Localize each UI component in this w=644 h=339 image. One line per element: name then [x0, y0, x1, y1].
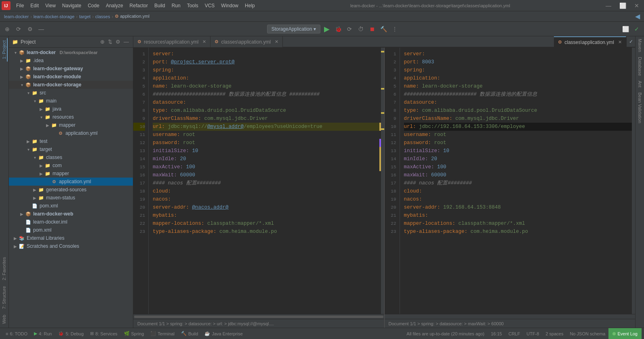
- sort-icon[interactable]: ⇅: [107, 38, 113, 46]
- tree-item-resources[interactable]: ▾ 📁 resources: [9, 113, 133, 121]
- maximize-button[interactable]: ⬜: [616, 2, 629, 10]
- close-button[interactable]: ✕: [631, 2, 642, 10]
- expand-arrow-gateway[interactable]: ▶: [19, 67, 25, 71]
- menu-help[interactable]: Help: [242, 2, 258, 10]
- bean-validation-tab[interactable]: Bean Validation: [637, 90, 643, 126]
- expand-arrow-classes[interactable]: ▾: [32, 155, 38, 160]
- profile-button[interactable]: ⏱: [356, 24, 366, 34]
- expand-arrow-resources[interactable]: ▾: [38, 115, 44, 119]
- editor-right-content[interactable]: 12345 678910 1112131415 1617181920 21222…: [385, 48, 636, 314]
- tree-item-target[interactable]: ▾ 📁 target: [9, 145, 133, 153]
- tree-item-generated-sources[interactable]: ▶ 📁 generated-sources: [9, 186, 133, 194]
- menu-build[interactable]: Build: [151, 2, 168, 10]
- debug-button[interactable]: 🐞: [333, 24, 343, 34]
- expand-arrow-module[interactable]: ▶: [19, 75, 25, 79]
- expand-arrow-com[interactable]: ▶: [38, 163, 44, 168]
- tree-item-learn-docker[interactable]: ▾ 📦 learn-docker D:\workspace\lear: [9, 48, 133, 56]
- checkmark-btn-right[interactable]: ✓: [626, 36, 635, 47]
- menu-vcs[interactable]: VCS: [202, 2, 218, 10]
- tree-item-mapper-cls[interactable]: ▶ 📁 mapper: [9, 170, 133, 178]
- tree-item-src[interactable]: ▾ 📁 src: [9, 89, 133, 97]
- tree-item-idea[interactable]: ▶ 📁 .idea: [9, 56, 133, 65]
- expand-arrow-storage[interactable]: ▾: [19, 83, 25, 87]
- schema-btn[interactable]: No JSON schema: [566, 328, 608, 339]
- breadcrumb-item-5[interactable]: ⚙application.yml: [115, 14, 149, 19]
- editor-left-content[interactable]: 12345 678910 1112131415 1617181920 21222…: [133, 48, 384, 314]
- tree-item-gateway[interactable]: ▶ 📦 learn-docker-gateway: [9, 65, 133, 73]
- structure-tab[interactable]: 7: Structure: [1, 284, 8, 312]
- tree-item-test[interactable]: ▶ 📁 test: [9, 137, 133, 145]
- todo-btn[interactable]: ≡ 6: TODO: [2, 328, 31, 339]
- tree-item-classes[interactable]: ▾ 📁 classes: [9, 153, 133, 161]
- code-area-right[interactable]: server: port: 8003 spring: application: …: [400, 48, 632, 314]
- toolbar-search-btn[interactable]: ⊕: [2, 24, 12, 34]
- web-tab[interactable]: Web: [1, 312, 8, 326]
- event-log-btn[interactable]: Event Log: [608, 328, 642, 339]
- toolbar-collapse-btn[interactable]: —: [36, 24, 46, 34]
- expand-arrow-ext[interactable]: ▶: [12, 236, 19, 241]
- spring-btn[interactable]: 🌿 Spring: [121, 328, 147, 339]
- tab-close-3[interactable]: ✕: [618, 40, 622, 45]
- menu-view[interactable]: View: [42, 2, 59, 10]
- tab-resources-appyml[interactable]: ⚙ resources\application.yml ✕: [133, 36, 210, 47]
- collapse-icon[interactable]: —: [123, 38, 130, 46]
- expand-arrow-idea[interactable]: ▶: [19, 59, 25, 63]
- tree-item-main[interactable]: ▾ 📁 main: [9, 97, 133, 105]
- breadcrumb-item-1[interactable]: learn-docker: [4, 14, 29, 19]
- build-btn[interactable]: 🔨 Build: [178, 328, 201, 339]
- expand-arrow-target[interactable]: ▾: [25, 147, 32, 152]
- layout-btn[interactable]: ⬜: [621, 24, 630, 34]
- java-enterprise-btn[interactable]: ☕ Java Enterprise: [201, 328, 246, 339]
- menu-refactor[interactable]: Refactor: [126, 2, 151, 10]
- tree-item-pom-storage[interactable]: 📄 pom.xml: [9, 202, 133, 210]
- database-tab[interactable]: Database: [637, 54, 643, 78]
- line-ending-btn[interactable]: CRLF: [505, 328, 523, 339]
- expand-arrow-main[interactable]: ▾: [32, 99, 38, 103]
- expand-arrow-scratches[interactable]: ▶: [12, 244, 19, 249]
- breadcrumb-item-3[interactable]: target: [79, 14, 90, 19]
- expand-arrow-mapper-cls[interactable]: ▶: [38, 172, 44, 176]
- expand-arrow-learn-docker[interactable]: ▾: [12, 50, 19, 55]
- navigate-back-icon[interactable]: ◀: [635, 13, 640, 20]
- more-btn[interactable]: ⋮: [390, 24, 400, 34]
- expand-arrow-src[interactable]: ▾: [25, 91, 32, 95]
- indent-btn[interactable]: 2 spaces: [542, 328, 566, 339]
- run-btn-status[interactable]: ▶ 4: Run: [31, 328, 55, 339]
- menu-edit[interactable]: Edit: [27, 2, 42, 10]
- tree-item-com[interactable]: ▶ 📁 com: [9, 161, 133, 170]
- stop-button[interactable]: ⏹: [367, 24, 377, 34]
- tab-classes-appyml-right[interactable]: ⚙ classes\application.yml ✕: [554, 36, 626, 47]
- maven-tab[interactable]: Maven: [637, 36, 643, 54]
- tree-item-module[interactable]: ▶ 📦 learn-docker-module: [9, 73, 133, 81]
- menu-window[interactable]: Window: [218, 2, 242, 10]
- tree-item-java[interactable]: ▶ 📁 java: [9, 105, 133, 113]
- expand-arrow-mapper-res[interactable]: ▶: [44, 123, 51, 128]
- code-area-left[interactable]: server: port: @project.server.prot@ spri…: [149, 48, 381, 314]
- toolbar-sync-btn[interactable]: ⟳: [14, 24, 23, 34]
- tree-item-storage[interactable]: ▾ 📦 learn-docker-storage: [9, 81, 133, 89]
- tree-item-iml[interactable]: 📄 learn-docker.iml: [9, 218, 133, 226]
- gear-icon[interactable]: ⊕: [99, 38, 105, 46]
- settings-icon[interactable]: ⚙: [115, 38, 121, 46]
- tree-item-cls-appyml[interactable]: ⚙ application.yml: [9, 178, 133, 186]
- expand-arrow-gen[interactable]: ▶: [32, 188, 38, 192]
- breadcrumb-item-4[interactable]: classes: [95, 14, 110, 19]
- tab-close-2[interactable]: ✕: [275, 39, 278, 44]
- tree-item-web[interactable]: ▶ 📦 learn-docker-web: [9, 210, 133, 218]
- run-config-selector[interactable]: StorageApplication ▾: [267, 25, 321, 33]
- services-btn[interactable]: ⊞ 8: Services: [87, 328, 120, 339]
- tree-item-mapper-res[interactable]: ▶ 📁 mapper: [9, 121, 133, 129]
- terminal-btn[interactable]: ⬛ Terminal: [147, 328, 178, 339]
- favorites-tab[interactable]: 2: Favorites: [1, 255, 8, 282]
- scrollbar-right[interactable]: [385, 314, 636, 319]
- menu-navigate[interactable]: Navigate: [59, 2, 84, 10]
- scrollbar-left[interactable]: [133, 314, 384, 319]
- tree-item-pom-root[interactable]: 📄 pom.xml: [9, 226, 133, 234]
- expand-arrow-java[interactable]: ▶: [38, 107, 44, 111]
- menu-tools[interactable]: Tools: [184, 2, 202, 10]
- minimize-button[interactable]: —: [602, 2, 615, 10]
- tree-item-scratches[interactable]: ▶ 📝 Scratches and Consoles: [9, 242, 133, 250]
- debug-btn-status[interactable]: 🐞 5: Debug: [55, 328, 87, 339]
- project-panel-tab[interactable]: 1: Project: [1, 38, 8, 61]
- breadcrumb-item-2[interactable]: learn-docker-storage: [34, 14, 75, 19]
